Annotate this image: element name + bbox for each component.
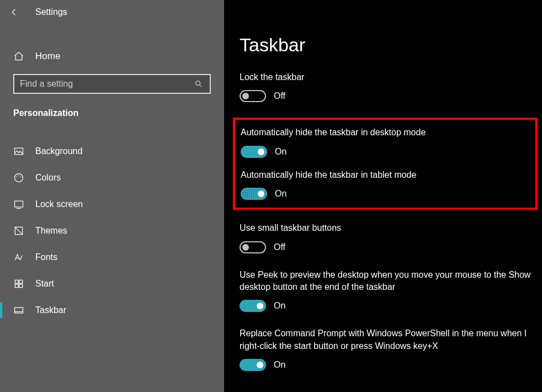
nav-list: Background Colors Lock screen Themes Fon…: [0, 138, 224, 324]
toggle-state: On: [275, 147, 286, 157]
setting-label: Automatically hide the taskbar in deskto…: [241, 126, 530, 139]
sidebar-item-taskbar[interactable]: Taskbar: [0, 297, 224, 324]
setting-label: Use small taskbar buttons: [240, 222, 538, 234]
category-label: Personalization: [0, 98, 224, 124]
fonts-icon: [13, 252, 24, 263]
home-button[interactable]: Home: [0, 44, 224, 68]
svg-point-4: [18, 175, 19, 176]
setting-label: Automatically hide the taskbar in tablet…: [241, 169, 530, 181]
sidebar-item-background[interactable]: Background: [0, 138, 224, 165]
setting-label: Replace Command Prompt with Windows Powe…: [240, 327, 538, 352]
back-icon[interactable]: [9, 7, 20, 18]
toggle-state: On: [275, 189, 286, 199]
content-area: Taskbar Lock the taskbar Off Automatical…: [224, 0, 542, 392]
sidebar-item-fonts[interactable]: Fonts: [0, 244, 224, 271]
toggle-state: Off: [274, 91, 285, 101]
svg-rect-8: [15, 280, 18, 283]
toggle-lock-taskbar[interactable]: [240, 90, 266, 102]
toggle-state: On: [274, 360, 285, 370]
sidebar-item-start[interactable]: Start: [0, 271, 224, 297]
start-icon: [13, 278, 24, 289]
svg-point-2: [15, 174, 23, 182]
sidebar-item-label: Fonts: [35, 252, 57, 262]
toggle-state: On: [274, 301, 285, 311]
svg-rect-6: [15, 201, 23, 207]
sidebar-item-themes[interactable]: Themes: [0, 218, 224, 244]
sidebar-item-label: Start: [35, 279, 54, 289]
search-box[interactable]: [13, 74, 211, 94]
lockscreen-icon: [13, 199, 24, 210]
app-title: Settings: [35, 7, 67, 17]
search-container: [0, 68, 224, 98]
search-input[interactable]: [20, 79, 186, 89]
setting-lock-taskbar: Lock the taskbar Off: [240, 71, 538, 102]
setting-label: Lock the taskbar: [240, 71, 538, 83]
toggle-state: Off: [274, 242, 285, 252]
search-icon: [193, 78, 204, 89]
home-icon: [13, 51, 24, 62]
toggle-peek[interactable]: [240, 300, 266, 312]
sidebar-item-label: Themes: [35, 226, 67, 236]
svg-rect-12: [15, 308, 23, 313]
setting-autohide-desktop: Automatically hide the taskbar in deskto…: [241, 126, 530, 157]
page-title: Taskbar: [240, 34, 538, 56]
svg-rect-10: [15, 284, 18, 288]
sidebar-item-label: Taskbar: [35, 305, 66, 315]
setting-powershell: Replace Command Prompt with Windows Powe…: [240, 327, 538, 371]
setting-autohide-tablet: Automatically hide the taskbar in tablet…: [241, 169, 530, 200]
home-label: Home: [35, 51, 60, 62]
toggle-autohide-tablet[interactable]: [241, 188, 267, 200]
sidebar: Settings Home Personalization Background…: [0, 0, 224, 392]
sidebar-item-lockscreen[interactable]: Lock screen: [0, 191, 224, 218]
toggle-powershell[interactable]: [240, 359, 266, 371]
svg-point-0: [196, 81, 200, 86]
sidebar-item-label: Background: [35, 146, 82, 156]
sidebar-item-label: Colors: [35, 173, 61, 183]
palette-icon: [13, 172, 24, 183]
svg-rect-9: [19, 280, 23, 283]
svg-point-3: [17, 177, 18, 178]
themes-icon: [13, 225, 24, 236]
svg-rect-1: [15, 148, 23, 155]
taskbar-icon: [13, 305, 24, 316]
picture-icon: [13, 146, 24, 157]
sidebar-item-colors[interactable]: Colors: [0, 165, 224, 191]
highlight-annotation: Automatically hide the taskbar in deskto…: [233, 118, 538, 210]
svg-rect-11: [19, 284, 23, 288]
svg-point-5: [20, 177, 22, 178]
setting-small-buttons: Use small taskbar buttons Off: [240, 222, 538, 253]
sidebar-header: Settings: [0, 0, 224, 22]
setting-label: Use Peek to preview the desktop when you…: [240, 269, 538, 294]
sidebar-item-label: Lock screen: [35, 199, 83, 209]
toggle-small-buttons[interactable]: [240, 241, 266, 253]
setting-peek: Use Peek to preview the desktop when you…: [240, 269, 538, 312]
toggle-autohide-desktop[interactable]: [241, 146, 267, 158]
